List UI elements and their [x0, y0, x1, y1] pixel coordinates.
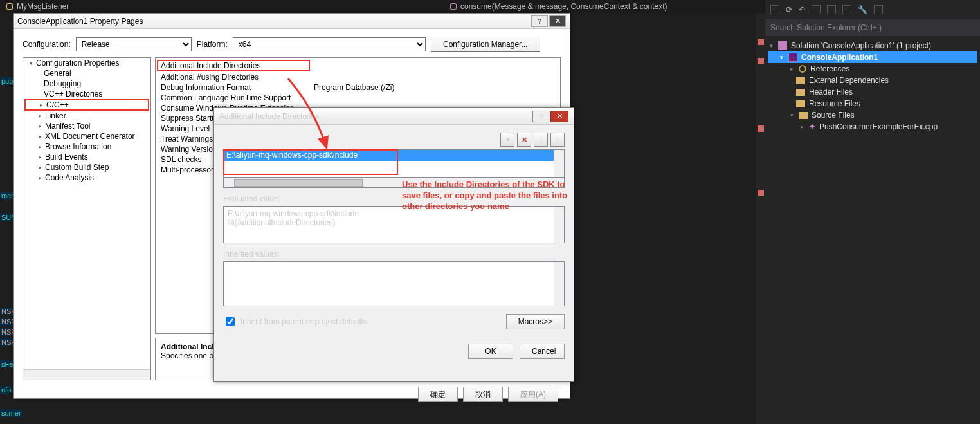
references-node[interactable]: ▸References — [768, 63, 977, 75]
node-label: Solution 'ConsoleApplication1' (1 projec… — [791, 41, 931, 50]
tab-label: consume(Message & message, ConsumeContex… — [460, 2, 667, 11]
gutter-mark — [758, 125, 764, 132]
ok-button[interactable]: 确定 — [418, 387, 458, 402]
node-label: PushConsumerExampleForEx.cpp — [819, 122, 938, 131]
tree-root[interactable]: Configuration Properties — [36, 59, 119, 68]
node-label: Source Files — [812, 111, 855, 120]
tree-item-linker[interactable]: Linker — [45, 111, 66, 120]
node-label: ConsoleApplication1 — [801, 53, 878, 62]
prop-key[interactable]: Additional Include Directories — [157, 60, 310, 71]
prop-key[interactable]: Debug Information Format — [161, 83, 314, 92]
apply-button[interactable]: 应用(A) — [508, 387, 558, 402]
delete-button[interactable]: ✕ — [517, 133, 531, 147]
solution-explorer: ⟳ ↶ 🔧 Search Solution Explorer (Ctrl+;) … — [765, 0, 980, 424]
home-icon[interactable] — [770, 5, 779, 14]
tree-item-xmldoc[interactable]: XML Document Generator — [45, 132, 135, 141]
scroll-thumb[interactable] — [234, 179, 363, 187]
dialog-titlebar[interactable]: Additional Include Directories ? ✕ — [214, 108, 574, 125]
wrench-icon[interactable]: 🔧 — [858, 5, 867, 14]
move-down-button[interactable]: ↓ — [534, 133, 548, 147]
code-fragment: nfo — [0, 386, 12, 394]
resource-node[interactable]: Resource Files — [768, 98, 977, 109]
collapse-icon[interactable] — [874, 5, 883, 14]
dialog-title: Additional Include Directories — [219, 112, 319, 121]
annotation-text: Use the Include Directories of the SDK t… — [402, 179, 569, 212]
config-row: Configuration: Release Platform: x64 Con… — [14, 29, 570, 57]
vscrollbar[interactable] — [554, 150, 564, 177]
node-label: External Dependencies — [809, 76, 889, 85]
scrollbar-gutter[interactable] — [756, 13, 765, 424]
project-icon — [788, 53, 797, 62]
vscrollbar[interactable] — [554, 207, 564, 243]
prop-val[interactable]: Program Database (/Zi) — [314, 83, 394, 92]
list-toolbar: ✦ ✕ ↓ ↑ — [223, 133, 565, 147]
lock-icon — [6, 3, 13, 10]
evaluated-line: %(AdditionalIncludeDirectories) — [228, 218, 560, 227]
ok-button[interactable]: OK — [468, 344, 513, 359]
help-button[interactable]: ? — [531, 15, 548, 27]
gutter-mark — [758, 190, 764, 196]
node-label: Header Files — [809, 88, 853, 97]
cpp-file-node[interactable]: ▸✦PushConsumerExampleForEx.cpp — [768, 121, 977, 133]
tree-item-buildevents[interactable]: Build Events — [45, 152, 88, 161]
macros-button[interactable]: Macros>> — [506, 314, 565, 329]
configuration-manager-button[interactable]: Configuration Manager... — [431, 37, 540, 52]
code-fragment: sumer — [0, 409, 23, 417]
close-button[interactable]: ✕ — [549, 15, 566, 27]
tree-item-custombuild[interactable]: Custom Build Step — [45, 163, 109, 172]
cancel-button[interactable]: 取消 — [463, 387, 503, 402]
source-node[interactable]: ▾Source Files — [768, 109, 977, 121]
config-label: Configuration: — [23, 40, 71, 49]
folder-icon — [796, 89, 805, 96]
include-dirs-dialog: Additional Include Directories ? ✕ ✦ ✕ ↓… — [213, 107, 574, 382]
configuration-select[interactable]: Release — [76, 37, 192, 51]
node-label: Resource Files — [809, 99, 860, 108]
move-up-button[interactable]: ↑ — [550, 133, 565, 147]
refresh-icon[interactable] — [827, 5, 836, 14]
tree-item-browse[interactable]: Browse Information — [45, 142, 111, 151]
directories-listbox[interactable]: E:\aliyun-mq-windows-cpp-sdk\include — [223, 149, 565, 178]
folder-icon — [796, 77, 805, 84]
dialog-titlebar[interactable]: ConsoleApplication1 Property Pages ? ✕ — [14, 14, 570, 29]
inherit-checkbox-input[interactable] — [226, 317, 235, 326]
prop-key[interactable]: Common Language RunTime Support — [161, 93, 314, 102]
tab-consume[interactable]: consume(Message & message, ConsumeContex… — [444, 2, 673, 11]
tree-hscroll[interactable] — [23, 369, 150, 380]
tab-label: MyMsgListener — [17, 2, 69, 11]
tree-item-general[interactable]: General — [44, 69, 71, 78]
platform-select[interactable]: x64 — [233, 37, 426, 51]
inherit-checkbox[interactable]: Inherit from parent or project defaults — [223, 315, 367, 328]
project-node[interactable]: ▾ConsoleApplication1 — [768, 51, 977, 63]
close-button[interactable]: ✕ — [550, 111, 568, 122]
new-line-button[interactable]: ✦ — [500, 133, 514, 147]
tree-item-codeanalysis[interactable]: Code Analysis — [45, 173, 94, 182]
cancel-button[interactable]: Cancel — [520, 344, 565, 359]
dialog-buttons: 确定 取消 应用(A) — [14, 380, 570, 409]
tree-item-ccpp[interactable]: C/C++ — [46, 100, 69, 109]
references-icon — [799, 65, 806, 73]
inherited-label: Inherited values: — [223, 250, 565, 259]
show-all-icon[interactable] — [812, 5, 821, 14]
checkbox-label: Inherit from parent or project defaults — [240, 317, 367, 326]
properties-icon[interactable] — [842, 5, 851, 14]
sync-icon[interactable]: ⟳ — [786, 5, 792, 14]
prop-key[interactable]: Additional #using Directories — [161, 73, 314, 82]
folder-icon — [799, 112, 808, 119]
vscrollbar[interactable] — [554, 262, 564, 306]
solution-tree: ▾Solution 'ConsoleApplication1' (1 proje… — [765, 36, 980, 136]
tree-item-vcdirs[interactable]: VC++ Directories — [44, 89, 102, 98]
help-button[interactable]: ? — [532, 111, 550, 122]
solution-search[interactable]: Search Solution Explorer (Ctrl+;) — [765, 19, 980, 36]
directory-entry[interactable]: E:\aliyun-mq-windows-cpp-sdk\include — [224, 150, 564, 161]
header-node[interactable]: Header Files — [768, 86, 977, 98]
inherited-box — [223, 261, 565, 306]
solution-icon — [778, 41, 787, 50]
tree-item-manifest[interactable]: Manifest Tool — [45, 122, 90, 131]
extdeps-node[interactable]: External Dependencies — [768, 75, 977, 86]
property-tree[interactable]: ▾Configuration Properties General Debugg… — [23, 57, 151, 380]
solution-root[interactable]: ▾Solution 'ConsoleApplication1' (1 proje… — [768, 40, 977, 51]
node-label: References — [810, 64, 849, 73]
back-icon[interactable]: ↶ — [799, 5, 805, 14]
tree-item-debugging[interactable]: Debugging — [44, 79, 81, 88]
tab-listener[interactable]: MyMsgListener — [0, 2, 75, 11]
